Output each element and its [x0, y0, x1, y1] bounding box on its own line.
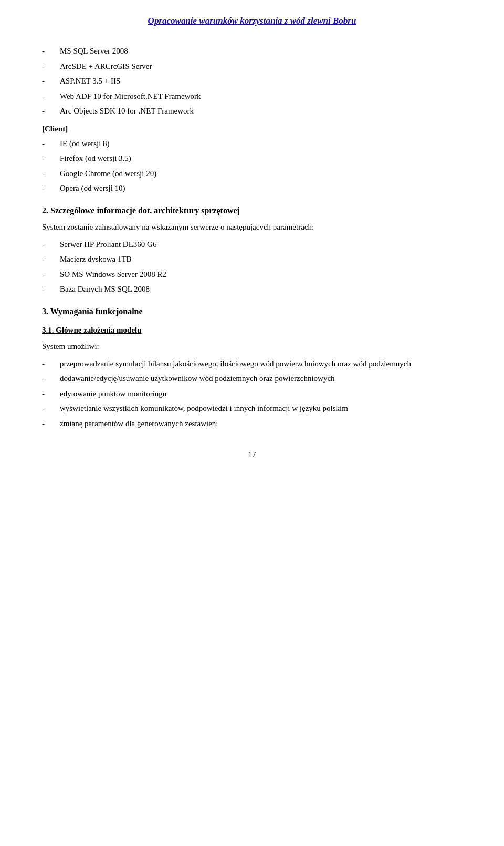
dash: - — [42, 239, 58, 251]
dash: - — [42, 418, 58, 430]
dash: - — [42, 60, 58, 73]
intro-section: - MS SQL Server 2008 - ArcSDE + ARCrcGIS… — [42, 45, 462, 117]
item-text: Baza Danych MS SQL 2008 — [60, 283, 150, 295]
section31-bullet-list: - przeprowadzanie symulacji bilansu jako… — [42, 358, 462, 430]
item-text: Serwer HP Proliant DL360 G6 — [60, 239, 156, 251]
dash: - — [42, 253, 58, 265]
dash: - — [42, 373, 58, 385]
item-text: wyświetlanie wszystkich komunikatów, pod… — [60, 403, 348, 415]
item-text: Firefox (od wersji 3.5) — [60, 152, 131, 164]
item-text: SO MS Windows Server 2008 R2 — [60, 269, 166, 281]
client-label: [Client] — [42, 125, 462, 133]
item-text: MS SQL Server 2008 — [60, 45, 128, 57]
dash: - — [42, 403, 58, 415]
item-text: Opera (od wersji 10) — [60, 182, 125, 194]
dash: - — [42, 138, 58, 150]
item-text: IE (od wersji 8) — [60, 138, 110, 150]
dash: - — [42, 388, 58, 400]
item-text: przeprowadzanie symulacji bilansu jakośc… — [60, 358, 411, 370]
item-text: dodawanie/edycję/usuwanie użytkowników w… — [60, 373, 335, 385]
dash: - — [42, 105, 58, 117]
list-item: - Opera (od wersji 10) — [42, 182, 462, 194]
intro-bullet-list: - MS SQL Server 2008 - ArcSDE + ARCrcGIS… — [42, 45, 462, 117]
dash: - — [42, 283, 58, 295]
list-item: - SO MS Windows Server 2008 R2 — [42, 269, 462, 281]
list-item: - Web ADF 10 for Microsoft.NET Framework — [42, 90, 462, 102]
list-item: - zmianę paramentów dla generowanych zes… — [42, 418, 462, 430]
dash: - — [42, 90, 58, 102]
section3-heading: 3. Wymagania funkcjonalne — [42, 307, 462, 316]
list-item: - Firefox (od wersji 3.5) — [42, 152, 462, 164]
dash: - — [42, 75, 58, 87]
dash: - — [42, 45, 58, 57]
item-text: Arc Objects SDK 10 for .NET Framework — [60, 105, 194, 117]
section2-intro: System zostanie zainstalowany na wskazan… — [42, 221, 462, 233]
dash: - — [42, 269, 58, 281]
item-text: Macierz dyskowa 1TB — [60, 253, 132, 265]
section31-heading: 3.1. Główne założenia modelu — [42, 326, 462, 335]
item-text: zmianę paramentów dla generowanych zesta… — [60, 418, 218, 430]
list-item: - wyświetlanie wszystkich komunikatów, p… — [42, 403, 462, 415]
list-item: - Serwer HP Proliant DL360 G6 — [42, 239, 462, 251]
list-item: - IE (od wersji 8) — [42, 138, 462, 150]
item-text: ArcSDE + ARCrcGIS Server — [60, 60, 152, 73]
dash: - — [42, 152, 58, 164]
list-item: - MS SQL Server 2008 — [42, 45, 462, 57]
item-text: ASP.NET 3.5 + IIS — [60, 75, 120, 87]
dash: - — [42, 182, 58, 194]
section2-bullet-list: - Serwer HP Proliant DL360 G6 - Macierz … — [42, 239, 462, 295]
section3: 3. Wymagania funkcjonalne 3.1. Główne za… — [42, 307, 462, 430]
item-text: Web ADF 10 for Microsoft.NET Framework — [60, 90, 201, 102]
dash: - — [42, 358, 58, 370]
list-item: - ArcSDE + ARCrcGIS Server — [42, 60, 462, 73]
list-item: - Baza Danych MS SQL 2008 — [42, 283, 462, 295]
list-item: - dodawanie/edycję/usuwanie użytkowników… — [42, 373, 462, 385]
item-text: Google Chrome (od wersji 20) — [60, 168, 156, 180]
section31: 3.1. Główne założenia modelu System umoż… — [42, 326, 462, 430]
client-section: [Client] - IE (od wersji 8) - Firefox (o… — [42, 125, 462, 194]
page-header: Opracowanie warunków korzystania z wód z… — [42, 16, 462, 28]
section2: 2. Szczegółowe informacje dot. architekt… — [42, 206, 462, 295]
list-item: - ASP.NET 3.5 + IIS — [42, 75, 462, 87]
list-item: - edytowanie punktów monitoringu — [42, 388, 462, 400]
section31-intro: System umożliwi: — [42, 340, 462, 353]
list-item: - przeprowadzanie symulacji bilansu jako… — [42, 358, 462, 370]
client-bullet-list: - IE (od wersji 8) - Firefox (od wersji … — [42, 138, 462, 194]
dash: - — [42, 168, 58, 180]
page-number: 17 — [42, 450, 462, 459]
list-item: - Arc Objects SDK 10 for .NET Framework — [42, 105, 462, 117]
item-text: edytowanie punktów monitoringu — [60, 388, 166, 400]
section2-heading: 2. Szczegółowe informacje dot. architekt… — [42, 206, 462, 215]
list-item: - Google Chrome (od wersji 20) — [42, 168, 462, 180]
page-title: Opracowanie warunków korzystania z wód z… — [148, 16, 356, 26]
list-item: - Macierz dyskowa 1TB — [42, 253, 462, 265]
